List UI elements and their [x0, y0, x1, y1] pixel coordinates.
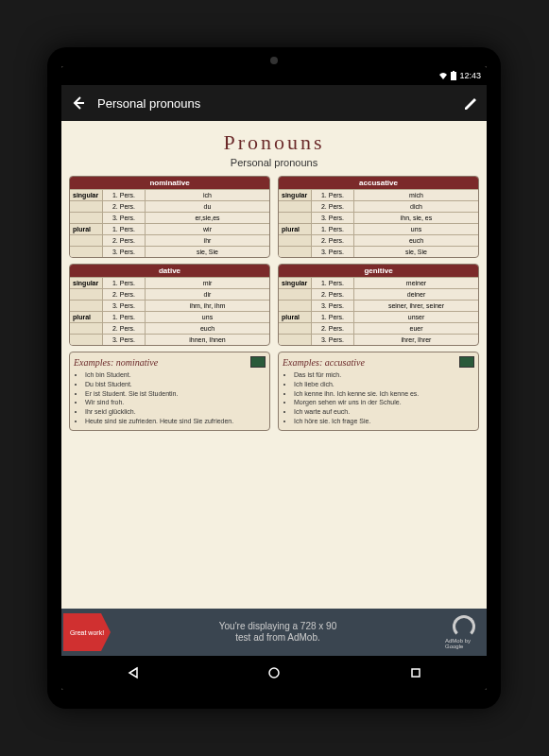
examples-accusative: Examples: accusative Das ist für mich.Ic…	[278, 352, 479, 431]
cell-person: 3. Pers.	[103, 247, 146, 257]
table-row: plural1. Pers.unser	[279, 311, 478, 322]
cell-value: dir	[146, 289, 269, 300]
tables-row-2: dative singular1. Pers.mir2. Pers.dir3. …	[69, 264, 479, 346]
page-subtitle: Personal pronouns	[69, 157, 479, 168]
cell-number: plural	[279, 224, 312, 234]
cell-person: 1. Pers.	[103, 278, 146, 288]
cell-value: wir	[146, 224, 269, 234]
nav-back-button[interactable]	[113, 659, 151, 687]
table-row: 2. Pers.euer	[279, 322, 478, 334]
cell-number	[279, 289, 312, 300]
cell-value: er,sie,es	[146, 213, 269, 223]
cell-number	[70, 201, 103, 212]
page-title: Pronouns	[69, 130, 479, 155]
example-title: Examples: nominative	[74, 357, 158, 368]
cell-value: seiner, ihrer, seiner	[354, 301, 478, 311]
cell-number: singular	[279, 190, 312, 200]
cell-number	[279, 301, 312, 311]
cell-number	[279, 247, 312, 257]
cell-number: singular	[279, 278, 312, 288]
table-genitive: genitive singular1. Pers.meiner2. Pers.d…	[278, 264, 479, 346]
nav-recents-button[interactable]	[397, 659, 435, 687]
camera-dot	[270, 57, 278, 64]
example-item: Morgen sehen wir uns in der Schule.	[294, 398, 474, 407]
cell-person: 1. Pers.	[103, 224, 146, 234]
cell-person: 3. Pers.	[312, 301, 354, 311]
cell-number	[279, 323, 312, 334]
back-button[interactable]	[69, 94, 88, 112]
example-item: Ihr seid glücklich.	[85, 407, 266, 417]
table-row: 3. Pers.ihn, sie, es	[279, 212, 478, 223]
cell-value: ich	[146, 190, 269, 200]
table-row: plural1. Pers.wir	[70, 223, 269, 234]
cell-number	[70, 247, 103, 257]
cell-value: uns	[354, 224, 478, 234]
battery-icon	[451, 71, 456, 80]
examples-nominative: Examples: nominative Ich bin Student.Du …	[69, 352, 270, 431]
edit-button[interactable]	[460, 94, 479, 112]
cell-number: singular	[70, 190, 103, 200]
cell-number: singular	[70, 278, 103, 288]
table-row: singular1. Pers.meiner	[279, 277, 478, 288]
chalkboard-icon	[250, 356, 266, 368]
cell-person: 1. Pers.	[312, 278, 354, 288]
triangle-back-icon	[126, 666, 139, 679]
svg-rect-1	[453, 71, 455, 72]
cell-number	[279, 201, 312, 212]
cell-person: 2. Pers.	[312, 235, 354, 246]
cell-person: 2. Pers.	[103, 235, 146, 246]
table-row: 2. Pers.euch	[70, 322, 269, 334]
example-item: Ich kenne ihn. Ich kenne sie. Ich kenne …	[294, 389, 474, 399]
tablet-frame: 12:43 Personal pronouns Pronouns Persona…	[47, 47, 501, 709]
cell-value: ihrer, Ihrer	[354, 335, 478, 345]
cell-person: 1. Pers.	[312, 224, 354, 234]
svg-rect-3	[412, 669, 420, 677]
admob-logo: AdMob by Google	[445, 613, 483, 651]
cell-value: du	[146, 201, 269, 212]
appbar-title: Personal pronouns	[97, 96, 451, 111]
clock: 12:43	[459, 71, 481, 80]
table-row: 2. Pers.dich	[279, 200, 478, 212]
example-item: Das ist für mich.	[294, 370, 474, 380]
cell-value: dich	[354, 201, 478, 212]
table-row: 3. Pers.ihnen, Ihnen	[70, 334, 269, 345]
example-item: Ich bin Student.	[85, 370, 266, 380]
cell-number: plural	[70, 312, 103, 322]
cell-value: ihnen, Ihnen	[146, 335, 269, 345]
arrow-left-icon	[71, 95, 86, 111]
screen: 12:43 Personal pronouns Pronouns Persona…	[61, 66, 487, 690]
cell-value: sie, Sie	[146, 247, 269, 257]
cell-person: 1. Pers.	[103, 190, 146, 200]
cell-value: ihr	[146, 235, 269, 246]
table-accusative: accusative singular1. Pers.mich2. Pers.d…	[278, 176, 479, 258]
example-item: Wir sind froh.	[85, 398, 266, 407]
table-row: 3. Pers.er,sie,es	[70, 212, 269, 223]
cell-person: 2. Pers.	[103, 201, 146, 212]
cell-value: deiner	[354, 289, 478, 300]
cell-person: 3. Pers.	[312, 247, 354, 257]
table-row: singular1. Pers.ich	[70, 189, 269, 200]
example-item: Ich warte auf euch.	[294, 407, 474, 417]
table-row: 3. Pers.sie, Sie	[70, 246, 269, 257]
ad-banner[interactable]: Great work! You're displaying a 728 x 90…	[61, 609, 487, 656]
cell-value: meiner	[354, 278, 478, 288]
nav-bar	[61, 656, 487, 690]
svg-point-2	[269, 668, 279, 678]
table-row: plural1. Pers.uns	[279, 223, 478, 234]
cell-value: ihm, ihr, ihm	[146, 301, 269, 311]
example-item: Heute sind sie zufrieden. Heute sind Sie…	[85, 417, 266, 426]
table-row: 2. Pers.euch	[279, 234, 478, 246]
tables-row-1: nominative singular1. Pers.ich2. Pers.du…	[69, 176, 479, 258]
cell-value: mir	[146, 278, 269, 288]
cell-person: 2. Pers.	[103, 289, 146, 300]
cell-value: ihn, sie, es	[354, 213, 478, 223]
cell-person: 3. Pers.	[103, 335, 146, 345]
table-row: 3. Pers.seiner, ihrer, seiner	[279, 300, 478, 311]
app-bar: Personal pronouns	[61, 85, 487, 121]
nav-home-button[interactable]	[255, 659, 293, 687]
table-row: 2. Pers.ihr	[70, 234, 269, 246]
circle-home-icon	[267, 666, 281, 679]
table-row: singular1. Pers.mir	[70, 277, 269, 288]
table-header: accusative	[279, 177, 478, 189]
cell-number	[70, 335, 103, 345]
